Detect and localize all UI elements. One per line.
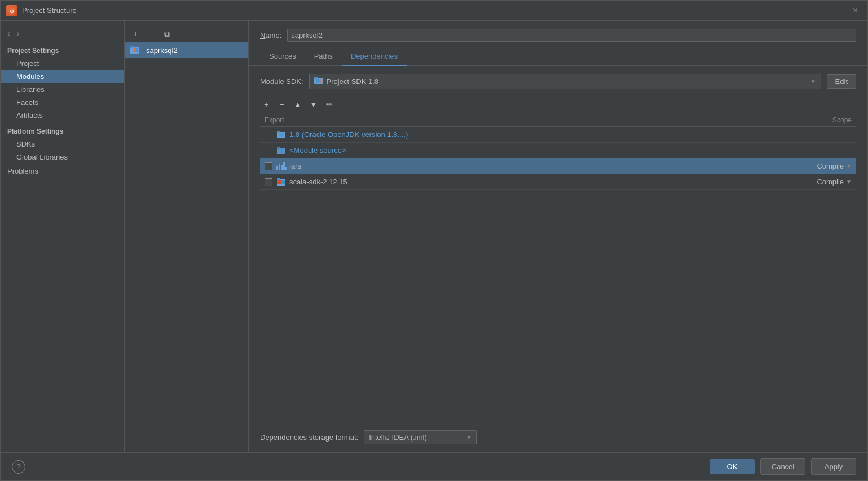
remove-module-button[interactable]: − [145,28,157,40]
name-label: Name: [260,31,281,39]
scala-sdk-scope-arrow: ▼ [846,179,852,185]
dep-row-jdk18[interactable]: 1.8 (Oracle OpenJDK version 1.8....) [260,127,856,143]
svg-rect-16 [281,149,283,153]
dependencies-tab-label: Dependencies [351,52,398,60]
move-up-dep-button[interactable]: ▲ [292,98,304,111]
tab-dependencies[interactable]: Dependencies [342,47,407,66]
sidebar: ‹ › Project Settings Project Modules Lib… [1,21,125,452]
scala-icon [277,178,286,187]
sidebar-item-artifacts[interactable]: Artifacts [1,109,124,122]
tab-sources[interactable]: Sources [260,47,305,66]
svg-text:U: U [10,8,14,14]
module-item-saprksql2[interactable]: saprksql2 [125,42,248,58]
move-down-dep-button[interactable]: ▼ [307,98,320,111]
main-content: ‹ › Project Settings Project Modules Lib… [1,21,867,452]
dependencies-table: Export Scope 1.8 (Oracle OpenJDK version… [260,114,856,422]
storage-dropdown-arrow: ▼ [466,434,472,440]
edit-icon: ✏ [326,100,333,109]
svg-rect-4 [134,48,136,52]
sidebar-item-libraries[interactable]: Libraries [1,83,124,96]
storage-row: Dependencies storage format: IntelliJ ID… [249,422,867,452]
ok-button[interactable]: OK [710,459,755,474]
add-dep-button[interactable]: + [260,98,272,111]
tab-paths[interactable]: Paths [305,47,342,66]
project-settings-header: Project Settings [1,43,124,57]
dep-row-module-source[interactable]: <Module source> [260,143,856,158]
sidebar-item-sdks[interactable]: SDKs [1,138,124,151]
svg-rect-7 [314,77,318,79]
sidebar-nav: ‹ › [1,25,124,41]
footer-right: OK Cancel Apply [710,458,856,475]
svg-rect-8 [316,79,319,83]
svg-rect-20 [281,180,285,184]
back-arrow[interactable]: ‹ [5,28,12,39]
dep-row-scala-sdk[interactable]: scala-sdk-2.12.15 Compile ▼ [260,174,856,190]
add-module-button[interactable]: + [129,28,142,40]
libraries-label: Libraries [16,85,45,94]
sidebar-item-facets[interactable]: Facets [1,96,124,109]
jars-scope[interactable]: Compile ▼ [795,162,852,170]
jars-scope-arrow: ▼ [846,163,852,169]
jars-icon [277,162,286,171]
jdk-folder-icon [277,130,286,139]
jars-checkbox[interactable] [265,162,272,170]
sidebar-item-global-libraries[interactable]: Global Libraries [1,151,124,164]
sdk-folder-icon [314,77,323,86]
forward-arrow[interactable]: › [15,28,22,39]
scala-sdk-scope[interactable]: Compile ▼ [795,178,852,186]
remove-dep-button[interactable]: − [276,98,288,111]
storage-dropdown[interactable]: IntelliJ IDEA (.iml) ▼ [364,430,477,444]
sdk-label: Module SDK: [260,77,303,86]
svg-rect-9 [319,79,321,83]
jdk18-label: 1.8 (Oracle OpenJDK version 1.8....) [289,130,795,139]
storage-value: IntelliJ IDEA (.iml) [369,433,462,442]
scala-sdk-checkbox[interactable] [265,178,272,186]
svg-rect-3 [130,46,134,48]
cancel-button[interactable]: Cancel [760,458,805,475]
detail-panel: Name: Sources Paths Dependencies Mo [249,21,867,452]
scala-sdk-label: scala-sdk-2.12.15 [289,178,795,186]
name-input[interactable] [287,29,856,42]
edit-dep-button[interactable]: ✏ [323,98,336,111]
move-down-icon: ▼ [310,100,318,109]
sdk-dropdown[interactable]: Project SDK 1.8 ▼ [309,74,821,89]
sdk-row: Module SDK: Project SDK 1.8 ▼ Edit [249,66,867,95]
move-up-icon: ▲ [294,100,302,109]
sdk-dropdown-arrow: ▼ [810,78,816,85]
sources-tab-label: Sources [269,52,296,60]
module-source-label: <Module source> [289,146,795,155]
svg-rect-11 [277,131,280,133]
app-icon: U [6,5,17,16]
artifacts-label: Artifacts [16,111,43,120]
dep-row-jars[interactable]: jars Compile ▼ [260,158,856,174]
sdk-value: Project SDK 1.8 [327,77,807,86]
module-folder-icon [130,46,139,55]
copy-module-button[interactable]: ⧉ [161,28,173,40]
scope-column-header: Scope [795,116,852,124]
close-button[interactable]: × [853,6,862,15]
storage-label: Dependencies storage format: [260,433,358,442]
project-label: Project [16,59,39,68]
svg-rect-15 [279,149,280,153]
module-toolbar: + − ⧉ [125,25,248,42]
modules-label: Modules [16,72,44,81]
module-list: + − ⧉ saprksql2 [125,21,249,452]
titlebar-left: U Project Structure [6,5,77,16]
sidebar-item-problems[interactable]: Problems [1,164,124,179]
name-row: Name: [249,21,867,47]
svg-rect-14 [277,147,280,149]
sidebar-item-project[interactable]: Project [1,57,124,70]
project-structure-window: U Project Structure × ‹ › Project Settin… [0,0,868,481]
jars-label: jars [289,162,795,170]
dep-toolbar: + − ▲ ▼ ✏ [249,95,867,114]
apply-button[interactable]: Apply [811,458,856,475]
help-button[interactable]: ? [12,460,25,474]
module-name: saprksql2 [146,46,178,55]
footer: ? OK Cancel Apply [1,452,867,480]
platform-settings-header: Platform Settings [1,122,124,138]
edit-sdk-button[interactable]: Edit [827,74,856,89]
sidebar-item-modules[interactable]: Modules [1,70,124,83]
tabs: Sources Paths Dependencies [249,47,867,66]
titlebar: U Project Structure × [1,1,867,21]
svg-rect-19 [277,180,281,184]
